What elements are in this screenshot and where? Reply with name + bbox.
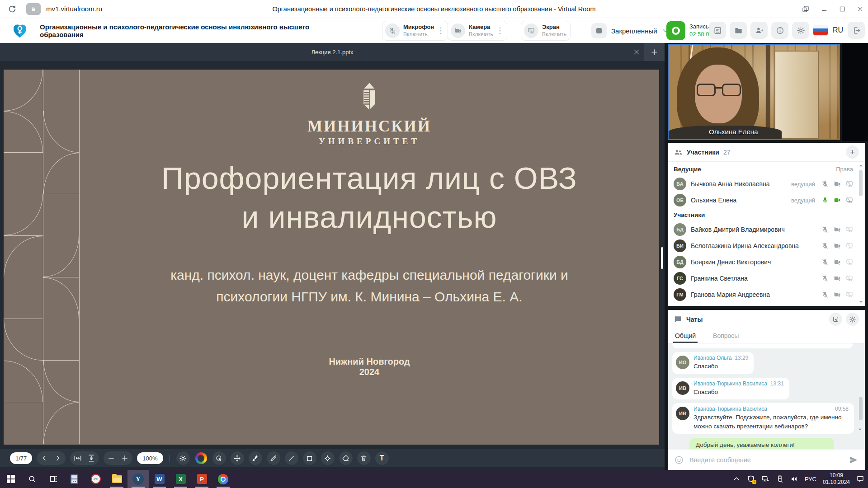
zoom-out-icon[interactable] bbox=[107, 454, 115, 462]
file-explorer-app-icon[interactable] bbox=[106, 470, 127, 488]
scrollbar-thumb[interactable] bbox=[859, 170, 863, 196]
info-button[interactable] bbox=[771, 22, 788, 39]
mic-off-icon[interactable] bbox=[821, 180, 829, 188]
message-author[interactable]: Иванова-Тюрькина Василиса bbox=[693, 380, 767, 387]
camera-menu-icon[interactable] bbox=[497, 27, 503, 35]
message-author[interactable]: Иванова Ольга bbox=[693, 355, 731, 361]
tray-expand-icon[interactable] bbox=[732, 475, 741, 483]
screen-share-button[interactable]: Экран Включить bbox=[521, 21, 571, 41]
mic-off-icon[interactable] bbox=[821, 258, 829, 266]
speaker-video-tile[interactable]: Ольхина Елена bbox=[668, 44, 840, 140]
calculator-app-icon[interactable] bbox=[64, 470, 85, 488]
layout-mode-dropdown[interactable]: Закрепленный bbox=[591, 21, 669, 41]
invite-user-button[interactable] bbox=[750, 22, 768, 39]
participant-row[interactable]: БИ Белоглазкина Ирина Александровна bbox=[674, 238, 853, 254]
line-tool-button[interactable] bbox=[285, 451, 298, 465]
snipping-tool-app-icon[interactable]: ✂ bbox=[85, 470, 106, 488]
message-input[interactable] bbox=[689, 456, 844, 464]
eraser-tool-button[interactable] bbox=[339, 451, 353, 465]
action-center-icon[interactable] bbox=[856, 475, 864, 483]
screen-off-icon[interactable] bbox=[846, 226, 853, 233]
chat-messages[interactable]: ИО Иванова Ольга 13:29 Спасибо ИВ Иванов… bbox=[668, 343, 865, 450]
laser-pointer-button[interactable] bbox=[212, 451, 226, 465]
brush-tool-button[interactable] bbox=[249, 451, 262, 465]
leave-room-button[interactable] bbox=[848, 22, 865, 39]
screen-off-icon[interactable] bbox=[846, 291, 853, 298]
chat-scroll-down-icon[interactable] bbox=[858, 427, 862, 432]
lock-icon[interactable] bbox=[26, 3, 41, 15]
windows-overlap-icon[interactable] bbox=[802, 5, 809, 13]
popout-chat-button[interactable] bbox=[829, 313, 842, 326]
delete-annotations-button[interactable] bbox=[357, 451, 371, 465]
annotation-settings-button[interactable] bbox=[176, 451, 190, 465]
start-button[interactable] bbox=[0, 470, 21, 488]
move-tool-button[interactable] bbox=[231, 451, 244, 465]
mic-menu-icon[interactable] bbox=[438, 27, 444, 35]
participants-scrollbar[interactable] bbox=[858, 164, 863, 304]
russian-flag-icon[interactable] bbox=[813, 25, 828, 36]
files-button[interactable] bbox=[730, 22, 747, 39]
maximize-button[interactable] bbox=[839, 6, 845, 12]
close-window-button[interactable] bbox=[857, 6, 863, 12]
camera-off-icon[interactable] bbox=[834, 275, 841, 282]
close-presentation-icon[interactable] bbox=[631, 47, 642, 57]
participant-row[interactable]: БА Бычкова Анна Николаевна ведущий bbox=[674, 176, 853, 192]
tab-general[interactable]: Общий bbox=[675, 328, 696, 343]
mic-off-icon[interactable] bbox=[821, 242, 829, 249]
send-message-icon[interactable] bbox=[849, 455, 859, 465]
tab-questions[interactable]: Вопросы bbox=[713, 328, 739, 343]
word-app-icon[interactable]: W bbox=[149, 470, 170, 488]
camera-off-icon[interactable] bbox=[834, 258, 841, 266]
add-presentation-icon[interactable] bbox=[644, 43, 665, 61]
page-indicator[interactable]: 1/77 bbox=[10, 452, 32, 464]
usb-icon[interactable] bbox=[776, 475, 784, 483]
tray-language[interactable]: РУС bbox=[805, 476, 816, 483]
excel-app-icon[interactable]: X bbox=[170, 470, 191, 488]
rectangle-tool-button[interactable] bbox=[303, 451, 316, 465]
message-author[interactable]: Иванова-Тюрькина Василиса bbox=[693, 406, 767, 412]
mic-on-icon[interactable] bbox=[821, 197, 829, 204]
mic-off-icon[interactable] bbox=[821, 226, 829, 233]
task-view-button[interactable] bbox=[42, 470, 64, 488]
screen-off-icon[interactable] bbox=[846, 258, 853, 266]
yandex-browser-app-icon[interactable]: Y bbox=[127, 470, 149, 488]
camera-off-icon[interactable] bbox=[834, 226, 841, 233]
fit-page-icon[interactable] bbox=[87, 454, 95, 462]
chat-scrollbar-thumb[interactable] bbox=[859, 397, 863, 420]
powerpoint-app-icon[interactable]: P bbox=[191, 470, 212, 488]
screen-off-icon[interactable] bbox=[846, 242, 853, 249]
camera-off-icon[interactable] bbox=[834, 291, 841, 298]
previous-slide-icon[interactable] bbox=[40, 454, 48, 462]
minimize-button[interactable] bbox=[821, 6, 827, 12]
participant-row[interactable]: ГМ Гранова Мария Андреевна bbox=[674, 286, 853, 303]
network-icon[interactable] bbox=[761, 475, 769, 483]
screen-off-icon[interactable] bbox=[846, 275, 853, 282]
fit-width-icon[interactable] bbox=[74, 454, 82, 462]
next-slide-icon[interactable] bbox=[54, 454, 62, 462]
chat-settings-button[interactable] bbox=[846, 313, 859, 326]
interface-language[interactable]: RU bbox=[833, 26, 843, 34]
camera-off-icon[interactable] bbox=[834, 242, 841, 249]
pencil-tool-button[interactable] bbox=[267, 451, 280, 465]
zoom-in-icon[interactable] bbox=[121, 454, 129, 462]
stage-scrollbar-thumb[interactable] bbox=[661, 247, 663, 269]
add-participant-button[interactable]: + bbox=[846, 145, 859, 159]
participant-row[interactable]: ОЕ Ольхина Елена ведущий bbox=[674, 192, 853, 208]
emoji-icon[interactable] bbox=[674, 455, 684, 465]
participant-row[interactable]: ГС Гранкина Светлана bbox=[674, 270, 853, 286]
volume-icon[interactable] bbox=[790, 475, 798, 483]
tray-clock[interactable]: 10:09 01.10.2024 bbox=[823, 472, 850, 486]
participant-row[interactable]: БД Бояркин Денис Викторович bbox=[674, 254, 853, 270]
mic-off-icon[interactable] bbox=[821, 275, 829, 282]
camera-button[interactable]: Камера Включить bbox=[448, 21, 507, 41]
zoom-level[interactable]: 100% bbox=[137, 452, 163, 464]
camera-off-icon[interactable] bbox=[834, 180, 841, 188]
recording-control[interactable]: Запись 02:58:08 bbox=[666, 21, 712, 40]
screen-off-icon[interactable] bbox=[846, 180, 853, 188]
text-tool-button[interactable]: T bbox=[375, 451, 389, 465]
taskbar-search-button[interactable] bbox=[21, 470, 42, 488]
participant-row[interactable]: БД Байков Дмитрий Владимирович bbox=[674, 221, 853, 238]
screen-off-icon[interactable] bbox=[846, 197, 853, 204]
refresh-icon[interactable] bbox=[7, 4, 17, 14]
chrome-app-icon[interactable] bbox=[212, 470, 234, 488]
